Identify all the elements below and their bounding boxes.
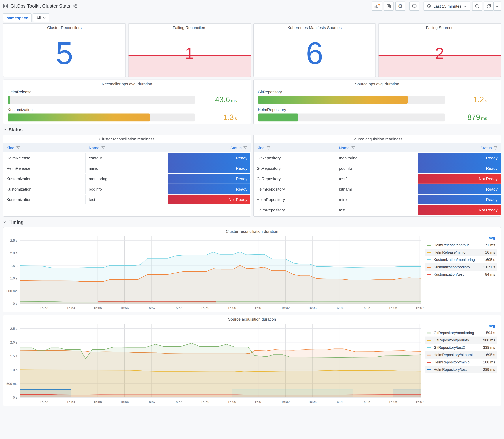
- status-badge: Ready: [418, 184, 501, 194]
- time-range-picker[interactable]: Last 15 minutes: [424, 1, 470, 11]
- tv-mode-icon: [412, 4, 417, 8]
- legend-item[interactable]: HelmRelease/contour71 ms: [425, 241, 497, 249]
- column-header-status[interactable]: Status: [418, 143, 501, 152]
- legend-series-avg: 338 ms: [483, 345, 495, 350]
- chevron-down-icon: [43, 16, 46, 19]
- filter-funnel-icon[interactable]: [101, 146, 105, 150]
- table-row: HelmRepositoryminioReady: [254, 195, 501, 204]
- status-badge: Ready: [168, 163, 250, 173]
- legend-item[interactable]: HelmRepository/minio108 ms: [425, 359, 497, 366]
- legend-avg-header[interactable]: avg: [425, 323, 497, 329]
- legend-series-name[interactable]: Kustomization/test: [434, 272, 485, 277]
- variable-namespace-value[interactable]: All: [33, 13, 49, 22]
- gauge-bar-row: 1.2s: [258, 95, 496, 104]
- panel-title[interactable]: Reconciler ops avg. duration: [8, 80, 246, 86]
- column-header-kind[interactable]: Kind: [3, 143, 86, 152]
- status-badge: Ready: [168, 153, 250, 163]
- table-header: KindNameStatus: [254, 143, 501, 152]
- column-header-name[interactable]: Name: [86, 143, 168, 152]
- legend-series-name[interactable]: HelmRelease/contour: [434, 243, 485, 247]
- chart-legend: avgHelmRelease/contour71 msHelmRelease/m…: [424, 234, 499, 311]
- cell-name: test2: [336, 174, 418, 183]
- column-header-kind[interactable]: Kind: [254, 143, 336, 152]
- legend-item[interactable]: GitRepository/monitoring1.594 s: [425, 329, 497, 337]
- apps-grid-icon[interactable]: [3, 4, 8, 9]
- cell-name: minio: [86, 163, 168, 173]
- status-badge: Ready: [168, 174, 250, 183]
- legend-avg-header[interactable]: avg: [425, 235, 497, 241]
- column-header-label: Kind: [6, 146, 14, 150]
- cell-kind: HelmRepository: [254, 205, 336, 215]
- svg-text:15:54: 15:54: [67, 306, 75, 310]
- table-row: KustomizationpodinfoReady: [3, 184, 250, 194]
- column-header-status[interactable]: Status: [168, 143, 250, 152]
- legend-series-name[interactable]: HelmRepository/minio: [434, 360, 483, 364]
- refresh-button[interactable]: [484, 1, 494, 11]
- zoom-out-button[interactable]: [472, 1, 482, 11]
- legend-item[interactable]: GitRepository/podinfo980 ms: [425, 337, 497, 344]
- panel-title[interactable]: Source acquisition duration: [3, 315, 501, 321]
- panel-title[interactable]: Source acquisition readiness: [254, 135, 501, 141]
- search-minus-icon: [475, 4, 479, 8]
- legend-item[interactable]: HelmRepository/test289 ms: [425, 366, 497, 373]
- legend-series-swatch: [427, 259, 431, 260]
- tv-mode-button[interactable]: [409, 1, 419, 11]
- panel-cluster-reconciliation-readiness: Cluster reconciliation readiness KindNam…: [3, 134, 251, 217]
- cell-kind: GitRepository: [254, 163, 336, 173]
- legend-series-name[interactable]: HelmRepository/bitnami: [434, 353, 483, 357]
- legend-series-name[interactable]: GitRepository/test2: [434, 345, 483, 350]
- panel-title[interactable]: Source ops avg. duration: [258, 80, 496, 86]
- clock-icon: [427, 4, 431, 8]
- legend-item[interactable]: HelmRepository/bitnami1.695 s: [425, 351, 497, 359]
- time-series-plot[interactable]: 15:5315:5415:5515:5615:5715:5815:5916:00…: [5, 234, 424, 311]
- section-timing[interactable]: Timing: [3, 217, 501, 227]
- panel-title[interactable]: Failing Sources: [379, 24, 501, 30]
- gauge-bar-row: 43.6ms: [8, 95, 246, 104]
- panel-title[interactable]: Failing Reconcilers: [129, 24, 251, 30]
- legend-item[interactable]: GitRepository/test2338 ms: [425, 344, 497, 351]
- gauge-track: [8, 113, 195, 121]
- table-row: HelmReleasecontourReady: [3, 153, 250, 163]
- time-series-plot[interactable]: 15:5315:5415:5515:5615:5715:5815:5916:00…: [5, 322, 424, 405]
- section-status[interactable]: Status: [3, 124, 501, 134]
- legend-item[interactable]: HelmRelease/minio16 ms: [425, 249, 497, 256]
- legend-item[interactable]: Kustomization/test84 ms: [425, 271, 497, 278]
- legend-item[interactable]: Kustomization/monitoring1.605 s: [425, 256, 497, 263]
- refresh-interval-dropdown[interactable]: [494, 1, 501, 11]
- gauge-rows: HelmRelease43.6msKustomization1.3s: [8, 90, 246, 122]
- svg-text:16:02: 16:02: [281, 306, 290, 310]
- share-icon[interactable]: [73, 4, 77, 8]
- legend-series-swatch: [427, 347, 431, 348]
- filter-funnel-icon[interactable]: [494, 146, 498, 150]
- gauge-value: 1.2s: [445, 95, 496, 104]
- svg-text:15:57: 15:57: [147, 400, 156, 404]
- save-dashboard-button[interactable]: [384, 1, 393, 11]
- column-header-name[interactable]: Name: [336, 143, 418, 152]
- legend-series-name[interactable]: HelmRepository/test: [434, 367, 483, 372]
- gauge-label: HelmRelease: [8, 90, 246, 94]
- panel-title[interactable]: Kubernetes Manifests Sources: [254, 24, 376, 30]
- panel-title[interactable]: Cluster reconciliation readiness: [3, 135, 250, 141]
- svg-text:15:55: 15:55: [94, 306, 102, 310]
- stats-row: Cluster Reconcilers 5 Failing Reconciler…: [3, 23, 501, 77]
- gauge-value: 879ms: [445, 113, 496, 122]
- filter-funnel-icon[interactable]: [16, 146, 20, 150]
- legend-series-name[interactable]: GitRepository/monitoring: [434, 331, 483, 335]
- filter-funnel-icon[interactable]: [351, 146, 356, 150]
- add-panel-button[interactable]: [372, 1, 382, 11]
- table-row: HelmRepositorybitnamiReady: [254, 184, 501, 194]
- legend-series-name[interactable]: GitRepository/podinfo: [434, 338, 483, 342]
- dashboard-settings-button[interactable]: ⚙: [395, 1, 405, 11]
- cell-name: bitnami: [336, 184, 418, 194]
- legend-series-name[interactable]: Kustomization/monitoring: [434, 257, 483, 262]
- legend-series-name[interactable]: Kustomization/podinfo: [434, 265, 483, 269]
- page-title[interactable]: GitOps Toolkit Cluster Stats: [10, 3, 70, 9]
- legend-item[interactable]: Kustomization/podinfo1.071 s: [425, 263, 497, 271]
- variable-namespace-label[interactable]: namespace: [3, 13, 32, 22]
- tables-row: Cluster reconciliation readiness KindNam…: [3, 134, 501, 217]
- filter-funnel-icon[interactable]: [244, 146, 247, 150]
- panel-title[interactable]: Cluster reconciliation duration: [3, 227, 501, 234]
- filter-funnel-icon[interactable]: [266, 146, 270, 150]
- legend-series-name[interactable]: HelmRelease/minio: [434, 250, 485, 255]
- panel-title[interactable]: Cluster Reconcilers: [3, 24, 125, 30]
